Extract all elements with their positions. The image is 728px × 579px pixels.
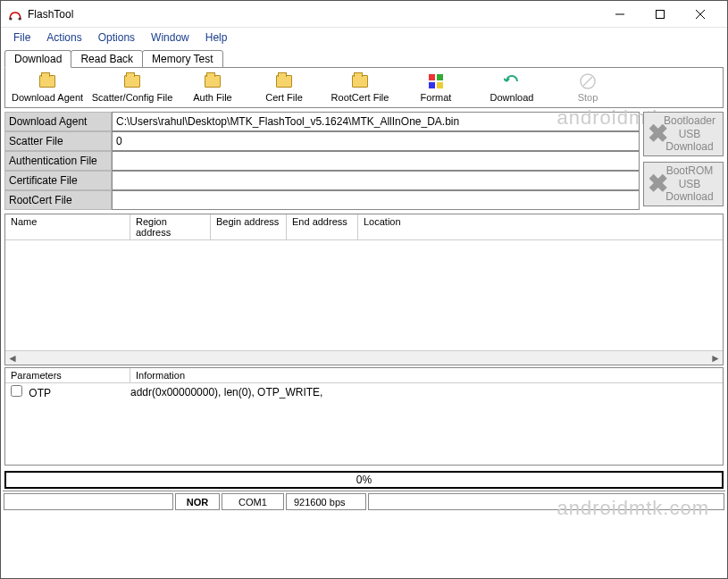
tool-cert-file[interactable]: Cert File [248,70,320,105]
tab-download[interactable]: Download [4,50,71,68]
progress-bar: 0% [4,471,724,489]
folder-icon [39,75,55,88]
tool-format[interactable]: Format [400,70,472,105]
table-body [5,240,723,350]
col-region-address[interactable]: Region address [130,214,211,239]
svg-point-1 [19,17,21,20]
maximize-button[interactable] [640,1,680,28]
progress-text: 0% [356,474,372,486]
partition-table: Name Region address Begin address End ad… [4,214,724,365]
input-scatter-file[interactable] [112,131,640,151]
horizontal-scrollbar[interactable]: ◄ ► [5,350,723,365]
svg-rect-9 [437,82,443,88]
status-port: COM1 [222,493,284,510]
download-icon [503,72,521,90]
tool-download[interactable]: Download [472,70,552,105]
folder-icon [352,75,368,88]
toolbar: Download Agent Scatter/Config File Auth … [4,67,724,108]
menu-bar: File Actions Options Window Help [1,28,727,47]
status-bar: NOR COM1 921600 bps [3,491,725,512]
label-rootcert-file: RootCert File [4,190,112,210]
title-bar: FlashTool [1,1,727,28]
format-icon [427,72,445,90]
table-header: Name Region address Begin address End ad… [5,214,723,240]
otp-info: addr(0x00000000), len(0), OTP_WRITE, [130,386,322,399]
col-begin-address[interactable]: Begin address [211,214,287,239]
close-button[interactable] [680,1,720,28]
svg-rect-8 [429,82,435,88]
tab-bar: Download Read Back Memory Test [4,50,724,68]
disabled-x-icon: ✖ [648,119,668,149]
col-end-address[interactable]: End address [287,214,358,239]
status-empty-2 [368,493,724,510]
folder-icon [124,75,140,88]
otp-checkbox[interactable] [11,385,22,397]
tool-auth-file[interactable]: Auth File [177,70,248,105]
bootloader-download-button[interactable]: ✖ Bootloader USB Download [643,112,724,156]
scroll-right-icon[interactable]: ► [710,352,721,365]
stop-icon [579,72,597,90]
app-icon [8,7,22,21]
window-title: FlashTool [28,8,599,21]
table-row: OTP addr(0x00000000), len(0), OTP_WRITE, [11,385,717,399]
status-baud: 921600 bps [286,493,366,510]
label-cert-file: Certificate File [4,171,112,190]
svg-line-11 [583,77,592,86]
menu-options[interactable]: Options [91,29,142,46]
tool-rootcert-file[interactable]: RootCert File [320,70,400,105]
tab-memorytest[interactable]: Memory Test [142,50,222,68]
folder-icon [205,75,221,88]
menu-window[interactable]: Window [144,29,197,46]
col-parameters[interactable]: Parameters [5,368,130,382]
input-rootcert-file[interactable] [112,190,640,210]
minimize-button[interactable] [599,1,640,28]
input-download-agent[interactable] [112,112,640,131]
svg-rect-6 [429,74,435,80]
tool-stop: Stop [552,70,623,105]
svg-rect-3 [656,10,664,18]
input-auth-file[interactable] [112,151,640,171]
disabled-x-icon: ✖ [648,169,668,199]
col-name[interactable]: Name [5,214,130,239]
menu-actions[interactable]: Actions [39,29,88,46]
label-download-agent: Download Agent [4,112,112,131]
tool-download-agent[interactable]: Download Agent [7,70,88,105]
menu-help[interactable]: Help [198,29,235,46]
menu-file[interactable]: File [6,29,38,46]
scroll-left-icon[interactable]: ◄ [7,352,18,365]
label-scatter-file: Scatter File [4,131,112,151]
status-nor: NOR [175,493,220,510]
col-information[interactable]: Information [130,368,723,382]
svg-point-0 [10,17,13,20]
input-cert-file[interactable] [112,171,640,190]
status-empty-1 [4,493,173,510]
label-auth-file: Authentication File [4,151,112,171]
svg-rect-7 [437,74,443,80]
col-location[interactable]: Location [358,214,723,239]
parameters-table: Parameters Information OTP addr(0x000000… [4,367,724,466]
otp-label: OTP [29,387,51,399]
bootrom-download-button[interactable]: ✖ BootROM USB Download [643,162,724,206]
tool-scatter-config[interactable]: Scatter/Config File [88,70,177,105]
folder-icon [276,75,292,88]
tab-readback[interactable]: Read Back [71,50,143,68]
